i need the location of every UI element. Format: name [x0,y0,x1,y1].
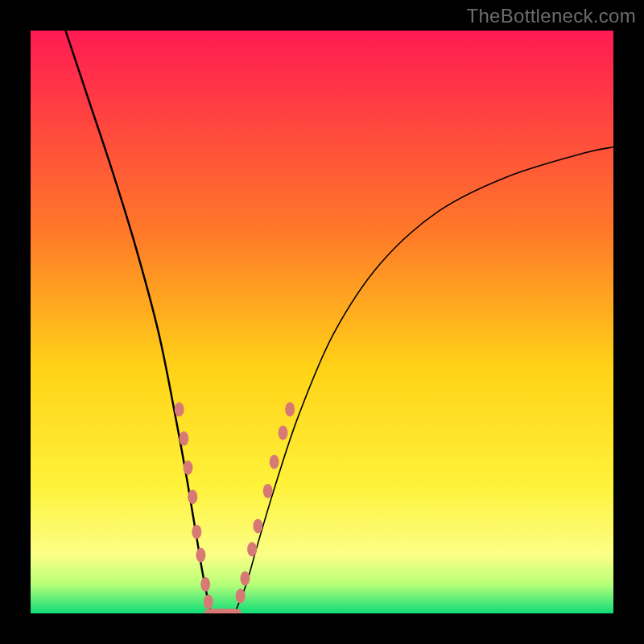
data-marker [285,402,295,417]
data-marker [188,489,197,504]
data-marker [175,402,184,417]
chart-svg [31,31,613,613]
data-marker [179,431,188,446]
data-marker [263,484,273,498]
data-marker [183,460,192,475]
data-marker [204,595,213,609]
background-gradient [31,31,613,613]
data-marker [253,518,262,533]
data-marker [192,525,201,539]
data-marker [247,542,257,556]
chart-frame: TheBottleneck.com [0,0,644,644]
data-marker [278,426,287,440]
data-marker [240,572,250,586]
plot-area [31,31,613,613]
watermark-text: TheBottleneck.com [466,5,636,27]
data-marker [200,577,210,592]
data-marker [196,548,205,563]
data-marker [270,455,279,469]
data-marker [236,588,246,603]
